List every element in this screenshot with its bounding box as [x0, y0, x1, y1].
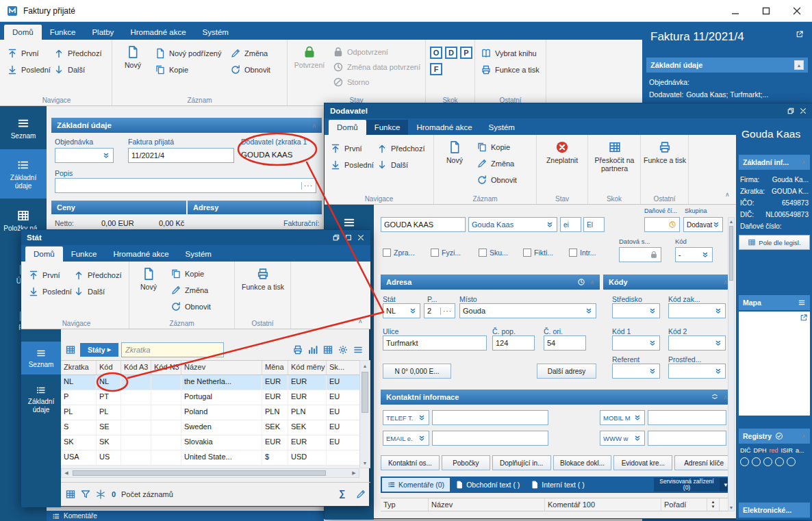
- supplier-titlebar[interactable]: Dodavatel: [325, 103, 812, 118]
- chevron-up-icon[interactable]: ∧: [312, 122, 316, 129]
- code1-combo[interactable]: [612, 335, 660, 351]
- change-button[interactable]: Změna: [474, 157, 517, 170]
- grid-view-icon[interactable]: [65, 489, 76, 500]
- functions-print-button[interactable]: Funkce a tisk: [478, 63, 542, 77]
- chevron-up-icon[interactable]: ∧: [801, 433, 806, 440]
- supplier-tab-domu[interactable]: Domů: [329, 120, 366, 135]
- house-number-field[interactable]: 124: [492, 335, 535, 351]
- order-code-combo[interactable]: [668, 303, 726, 318]
- email-type-combo[interactable]: EMAIL e.: [383, 431, 429, 446]
- tab-comments[interactable]: Komentáře (0): [382, 478, 450, 492]
- zip-more-button[interactable]: ···: [440, 307, 452, 315]
- www-type-combo[interactable]: WWW w: [600, 431, 645, 446]
- last-button[interactable]: Poslední: [25, 285, 75, 298]
- www-input[interactable]: [648, 431, 726, 446]
- confirm-button[interactable]: Potvrzení: [290, 45, 329, 69]
- copy-button[interactable]: Kopie: [474, 140, 513, 154]
- jump-to-partner-button[interactable]: Přeskočit na partnera: [589, 140, 639, 173]
- open-external-icon[interactable]: [800, 314, 808, 322]
- contacts-section-header[interactable]: Kontaktní informace∧: [381, 390, 733, 405]
- address-section-header[interactable]: Adresa∧: [381, 275, 600, 290]
- checkbox-zpracovani[interactable]: Zpra...: [383, 249, 414, 257]
- close-icon[interactable]: [357, 233, 365, 242]
- street-field[interactable]: Turfmarkt: [383, 335, 487, 351]
- country-tab-hromadne-akce[interactable]: Hromadné akce: [105, 246, 177, 262]
- supplier-value-text[interactable]: GOUDA KAAS: [241, 151, 292, 159]
- jump-f-button[interactable]: F: [430, 63, 442, 75]
- invoice-number-field[interactable]: 11/2021/4: [128, 148, 234, 163]
- first-button[interactable]: První: [327, 142, 365, 155]
- checkbox-intrastat[interactable]: Intr...: [569, 249, 596, 257]
- open-external-icon[interactable]: [796, 30, 804, 38]
- country-tab-domu[interactable]: Domů: [25, 246, 63, 262]
- column-header[interactable]: Komentář 100: [545, 498, 661, 511]
- ribbon-collapse-icon[interactable]: ∧: [358, 318, 363, 325]
- chevron-up-icon[interactable]: ∧: [723, 279, 728, 285]
- panel-section-zakladni-udaje[interactable]: Základní údaje▲: [646, 58, 808, 73]
- tab-hromadne-akce[interactable]: Hromadné akce: [122, 25, 194, 40]
- phone-input[interactable]: [432, 410, 548, 425]
- next-button[interactable]: Další: [374, 158, 411, 172]
- prev-button[interactable]: Předchozí: [51, 47, 105, 60]
- copy-button[interactable]: Kopie: [152, 63, 191, 77]
- country-sidebar-zakladni-udaje[interactable]: Základní údaje: [21, 379, 61, 420]
- databox-field[interactable]: [619, 247, 661, 262]
- prev-button[interactable]: Předchozí: [71, 268, 125, 282]
- functions-print-button[interactable]: Funkce a tisk: [642, 140, 687, 164]
- prev-button[interactable]: Předchozí: [374, 142, 428, 155]
- scrollbar-thumb[interactable]: [361, 372, 368, 413]
- prostred-combo[interactable]: [668, 364, 726, 379]
- close-button[interactable]: [781, 0, 812, 21]
- chevron-up-icon[interactable]: ∧: [801, 159, 806, 166]
- checkbox-skupina[interactable]: Sku...: [479, 249, 508, 257]
- country-titlebar[interactable]: Stát: [21, 230, 370, 245]
- column-header[interactable]: Měna: [262, 361, 288, 374]
- scroll-up-icon[interactable]: ▲: [728, 218, 734, 225]
- referent-combo[interactable]: [612, 364, 660, 379]
- kod-combo[interactable]: -: [675, 247, 713, 262]
- gps-button[interactable]: N 0° 0,000 E...: [383, 364, 451, 379]
- scroll-down-icon[interactable]: ▼: [360, 458, 370, 468]
- restore-icon[interactable]: [332, 233, 340, 242]
- address-keys-button[interactable]: Adresní klíče: [674, 455, 733, 470]
- new-button[interactable]: Nový: [116, 45, 149, 69]
- scroll-up-icon[interactable]: ▲: [360, 361, 370, 370]
- panel-section-registry[interactable]: Registry∧: [739, 429, 810, 444]
- panel-section-basic[interactable]: Základní inf...∧: [739, 155, 810, 170]
- supplier-tab-system[interactable]: Systém: [481, 120, 523, 135]
- scrollbar-thumb[interactable]: [73, 470, 326, 476]
- column-header[interactable]: Kód A3: [121, 361, 151, 374]
- column-header[interactable]: Název: [181, 361, 262, 374]
- supplier-tab-hromadne-akce[interactable]: Hromadné akce: [408, 120, 480, 135]
- country-vscrollbar[interactable]: ▲ ▼: [359, 360, 370, 468]
- mobile-input[interactable]: [648, 410, 726, 425]
- contact-persons-button[interactable]: Kontaktní os...: [381, 455, 440, 470]
- supplier-form-scrollbar[interactable]: ▲ ▼: [728, 217, 735, 511]
- table-row[interactable]: NLNLthe Netherla...EUREUREU: [61, 375, 359, 390]
- jump-d-button[interactable]: D: [445, 47, 457, 59]
- table-row[interactable]: USAUSUnited State...$USD: [61, 450, 359, 466]
- phone-type-combo[interactable]: TELEF T.: [383, 410, 429, 425]
- tax-date-field[interactable]: [644, 217, 680, 232]
- table-row[interactable]: PLPLPolandPLNPLNEU: [61, 405, 359, 420]
- code2-combo[interactable]: [668, 335, 726, 351]
- supplier-code-field[interactable]: GOUDA KAAS: [381, 217, 466, 232]
- column-header[interactable]: Typ: [381, 498, 429, 511]
- credit-button[interactable]: Evidovat kre...: [613, 455, 672, 470]
- restore-icon[interactable]: [787, 107, 795, 115]
- column-header[interactable]: Pořadí: [661, 498, 707, 511]
- zip-field[interactable]: 2···: [424, 303, 455, 318]
- ribbon-collapse-icon[interactable]: ∧: [725, 191, 730, 198]
- unconfirm-button[interactable]: Odpotvrzení: [330, 45, 391, 59]
- first-button[interactable]: První: [4, 47, 42, 60]
- refresh-button[interactable]: Obnovit: [474, 173, 520, 187]
- panel-section-map[interactable]: Mapa: [739, 295, 810, 310]
- country-combo[interactable]: NL: [383, 303, 420, 318]
- branches-button[interactable]: Pobočky: [442, 455, 490, 470]
- jump-p-button[interactable]: P: [460, 47, 472, 59]
- supplier-name-combo[interactable]: Gouda Kaas: [468, 217, 557, 232]
- country-sidebar-seznam[interactable]: Seznam: [21, 342, 61, 374]
- search-input[interactable]: [121, 342, 224, 357]
- mini-combo-1[interactable]: ei: [560, 217, 581, 232]
- column-header[interactable]: Kód měny: [288, 361, 327, 374]
